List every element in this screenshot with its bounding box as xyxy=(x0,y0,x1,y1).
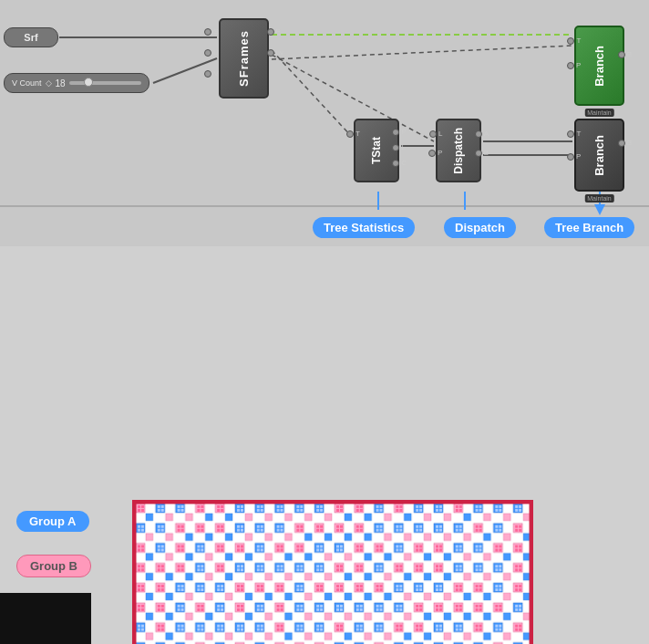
bottom-area: Group A Group B xyxy=(0,246,649,644)
tree-branch-label: Tree Branch xyxy=(544,217,634,238)
vcount-node[interactable]: V Count ◇ 18 xyxy=(4,73,149,93)
dispatch-node[interactable]: L P Dispatch A B xyxy=(436,119,481,182)
group-a-label: Group A xyxy=(16,511,89,532)
svg-line-3 xyxy=(272,50,352,137)
srf-node[interactable]: Srf xyxy=(4,27,58,47)
black-block xyxy=(0,593,91,644)
diagram-area: Srf V Count ◇ 18 S U V SFrames F uv T TS… xyxy=(0,0,649,246)
branch-top-node[interactable]: T P Branch B Maintain xyxy=(574,26,624,106)
grid-pattern-area xyxy=(132,500,533,644)
svg-line-5 xyxy=(272,46,572,59)
connector-lines xyxy=(0,0,649,246)
group-b-label: Group B xyxy=(16,555,91,577)
tstat-node[interactable]: T TStat P L C xyxy=(354,119,399,182)
grid-canvas xyxy=(134,502,531,644)
sframes-node[interactable]: S U V SFrames F uv xyxy=(219,18,269,99)
branch-bottom-node[interactable]: T P Branch B Maintain xyxy=(574,119,624,192)
dispatch-label: Dispatch xyxy=(444,217,516,238)
divider xyxy=(0,205,649,207)
svg-line-4 xyxy=(272,55,434,141)
tree-statistics-label: Tree Statistics xyxy=(313,217,415,238)
